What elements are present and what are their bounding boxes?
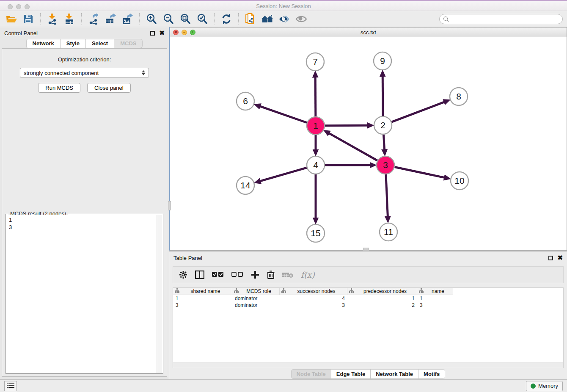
cell-successor-nodes[interactable]: 3 — [280, 302, 347, 309]
import-table-button[interactable] — [62, 12, 77, 26]
select-all-columns-button[interactable] — [212, 272, 224, 278]
tab-edge-table[interactable]: Edge Table — [331, 369, 371, 379]
cell-predecessor-nodes[interactable]: 1 — [347, 295, 417, 302]
edge-2-8[interactable] — [392, 102, 444, 122]
network-canvas[interactable]: 7968124314101511 — [170, 37, 567, 250]
save-session-button[interactable] — [21, 12, 36, 26]
network-minimize-icon[interactable]: − — [182, 30, 187, 35]
window-controls[interactable] — [8, 4, 30, 9]
edge-1-2[interactable] — [325, 125, 367, 126]
close-window-icon[interactable] — [8, 4, 13, 9]
edge-3-10[interactable] — [395, 167, 444, 178]
cell-name[interactable]: 1 — [417, 295, 453, 302]
table-hscrollbar[interactable] — [173, 362, 563, 368]
zoom-in-button[interactable] — [144, 12, 159, 26]
close-panel-button[interactable]: Close panel — [87, 83, 131, 93]
criterion-dropdown[interactable]: strongly connected component — [20, 68, 149, 78]
edge-2-3[interactable] — [383, 135, 384, 149]
column-header-name[interactable]: name — [417, 288, 453, 295]
create-column-button[interactable] — [251, 271, 259, 279]
import-network-button[interactable] — [45, 12, 60, 26]
node-6[interactable]: 6 — [237, 92, 254, 110]
network-maximize-icon[interactable]: + — [190, 30, 195, 35]
node-9[interactable]: 9 — [374, 52, 391, 70]
table-row[interactable]: 1dominator411 — [173, 295, 563, 302]
node-8[interactable]: 8 — [450, 88, 468, 105]
show-column-panel-button[interactable] — [195, 271, 204, 279]
network-window-titlebar[interactable]: ✕ − + scc.txt — [170, 28, 567, 37]
mcds-result-text[interactable]: 13 — [6, 215, 157, 373]
search-input[interactable] — [451, 16, 559, 22]
unselect-all-columns-button[interactable] — [231, 272, 243, 278]
column-header-successor-nodes[interactable]: successor nodes — [280, 288, 347, 295]
column-header-label: predecessor nodes — [355, 288, 415, 294]
zoom-selected-button[interactable] — [195, 12, 209, 26]
minimize-window-icon[interactable] — [16, 4, 21, 9]
cell-predecessor-nodes[interactable]: 2 — [347, 302, 417, 309]
node-14[interactable]: 14 — [237, 177, 254, 194]
float-panel-icon[interactable] — [150, 31, 155, 36]
float-table-panel-icon[interactable] — [548, 256, 553, 260]
edge-4-14[interactable] — [261, 168, 307, 181]
tab-network[interactable]: Network — [26, 39, 61, 48]
node-15[interactable]: 15 — [307, 224, 325, 242]
node-3[interactable]: 3 — [377, 156, 394, 174]
vertical-splitter-grip[interactable] — [168, 201, 171, 210]
network-graph[interactable]: 7968124314101511 — [170, 37, 564, 250]
node-2[interactable]: 2 — [374, 116, 392, 134]
network-close-icon[interactable]: ✕ — [173, 30, 179, 35]
node-1[interactable]: 1 — [307, 117, 325, 135]
new-network-button[interactable] — [243, 12, 258, 26]
table-toolbar: f(x) — [173, 266, 564, 283]
zoom-out-button[interactable] — [161, 12, 176, 26]
node-4[interactable]: 4 — [307, 156, 325, 174]
tab-motifs[interactable]: Motifs — [418, 369, 445, 379]
refresh-layout-button[interactable] — [219, 12, 234, 26]
tab-network-table[interactable]: Network Table — [371, 369, 418, 379]
cell-shared-name[interactable]: 3 — [173, 302, 232, 309]
optimization-criterion-label: Optimization criterion: — [2, 56, 167, 63]
cell-MCDS-role[interactable]: dominator — [232, 302, 280, 309]
tab-mcds[interactable]: MCDS — [114, 39, 143, 48]
tab-node-table[interactable]: Node Table — [291, 369, 331, 379]
task-history-button[interactable] — [4, 381, 17, 391]
show-all-button[interactable] — [294, 12, 308, 26]
search-field[interactable] — [439, 14, 563, 24]
column-header-shared-name[interactable]: shared name — [173, 288, 232, 295]
table-row[interactable]: 3dominator323 — [173, 302, 563, 309]
export-network-button[interactable] — [86, 12, 101, 26]
open-session-button[interactable] — [4, 12, 19, 26]
close-table-panel-icon[interactable]: ✖ — [557, 254, 563, 262]
column-header-MCDS-role[interactable]: MCDS role — [232, 288, 280, 295]
cell-successor-nodes[interactable]: 4 — [280, 295, 347, 302]
export-table-button[interactable] — [103, 12, 118, 26]
horizontal-splitter-grip[interactable] — [363, 248, 369, 251]
node-10[interactable]: 10 — [451, 172, 468, 190]
delete-column-button[interactable] — [267, 271, 275, 279]
close-panel-icon[interactable]: ✖ — [159, 29, 165, 37]
hide-selected-button[interactable] — [277, 12, 292, 26]
table-options-button[interactable] — [179, 271, 187, 279]
result-scrollbar[interactable] — [157, 215, 162, 373]
cell-MCDS-role[interactable]: dominator — [232, 295, 280, 302]
column-header-predecessor-nodes[interactable]: predecessor nodes — [347, 288, 417, 295]
edge-3-1[interactable] — [329, 133, 377, 160]
cell-name[interactable]: 3 — [417, 302, 453, 309]
memory-button[interactable]: Memory — [526, 381, 563, 391]
tab-style[interactable]: Style — [61, 39, 86, 48]
node-11[interactable]: 11 — [380, 223, 397, 241]
run-mcds-button[interactable]: Run MCDS — [38, 83, 80, 93]
zoom-fit-button[interactable] — [178, 12, 193, 26]
node-7[interactable]: 7 — [306, 53, 324, 71]
edge-2-9[interactable] — [383, 77, 383, 116]
edge-1-6[interactable] — [260, 106, 307, 123]
first-neighbors-button[interactable] — [260, 12, 275, 26]
export-image-button[interactable] — [120, 12, 135, 26]
memory-button-label: Memory — [538, 383, 558, 389]
tab-select[interactable]: Select — [86, 39, 114, 48]
edge-3-11[interactable] — [386, 174, 388, 216]
network-window-controls[interactable]: ✕ − + — [173, 30, 195, 35]
cell-shared-name[interactable]: 1 — [173, 295, 232, 302]
zoom-window-icon[interactable] — [25, 4, 30, 9]
edge-1-7[interactable] — [315, 77, 316, 116]
